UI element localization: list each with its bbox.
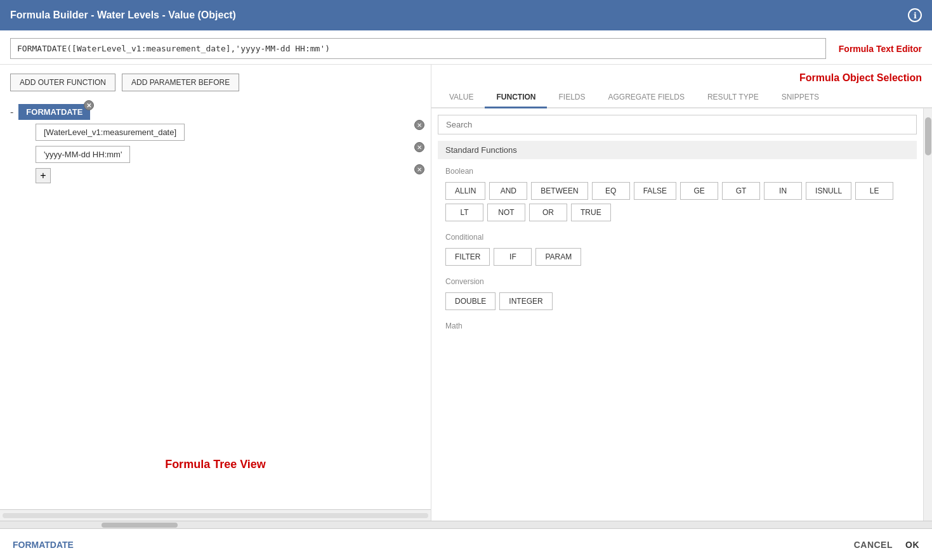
window-title: Formula Builder - Water Levels - Value (… [10, 10, 236, 21]
func-param[interactable]: PARAM [535, 248, 581, 266]
conversion-category-label: Conversion [438, 272, 917, 289]
bottom-bar: FORMATDATE CANCEL OK [0, 528, 932, 560]
tab-aggregate-fields[interactable]: AGGREGATE FIELDS [596, 88, 695, 108]
boolean-functions-grid: ALLIN AND BETWEEN EQ FALSE GE GT IN ISNU… [438, 178, 917, 228]
left-hscroll-track[interactable] [3, 513, 428, 518]
left-panel: ADD OUTER FUNCTION ADD PARAMETER BEFORE … [0, 65, 431, 521]
ok-button[interactable]: OK [905, 540, 919, 550]
func-in[interactable]: IN [764, 182, 802, 200]
func-integer[interactable]: INTEGER [499, 292, 552, 310]
func-between[interactable]: BETWEEN [531, 182, 587, 200]
conversion-functions-grid: DOUBLE INTEGER [438, 289, 917, 316]
add-param-icon: + [40, 170, 46, 181]
standard-functions-header: Standard Functions [438, 141, 917, 159]
func-le[interactable]: LE [855, 182, 893, 200]
right-vscroll [923, 108, 932, 521]
func-and[interactable]: AND [489, 182, 527, 200]
main-window: Formula Builder - Water Levels - Value (… [0, 0, 932, 560]
function-search-input[interactable] [438, 115, 917, 134]
tree-root-row: - FORMATDATE ✕ [10, 104, 421, 120]
formula-tree-view-label: Formula Tree View [165, 458, 266, 471]
left-hscroll [0, 509, 431, 521]
tree-root-node: - FORMATDATE ✕ [WaterLevel_v1:measuremen… [10, 104, 421, 183]
tree-collapse-button[interactable]: - [10, 107, 13, 118]
left-toolbar: ADD OUTER FUNCTION ADD PARAMETER BEFORE [0, 65, 431, 98]
formatdate-label: FORMATDATE [26, 107, 82, 117]
func-isnull[interactable]: ISNULL [806, 182, 851, 200]
main-content: ADD OUTER FUNCTION ADD PARAMETER BEFORE … [0, 65, 932, 521]
tree-children: [WaterLevel_v1:measurement_date] ✕ 'yyyy… [10, 124, 421, 183]
conditional-functions-grid: FILTER IF PARAM [438, 244, 917, 272]
formula-text-input[interactable] [10, 38, 826, 59]
formula-object-selection-label: Formula Object Selection [799, 72, 922, 83]
tab-snippets[interactable]: SNIPPETS [770, 88, 830, 108]
title-bar: Formula Builder - Water Levels - Value (… [0, 0, 932, 30]
param1-container: [WaterLevel_v1:measurement_date] ✕ [36, 124, 421, 141]
func-false[interactable]: FALSE [634, 182, 676, 200]
param1-close-icon[interactable]: ✕ [414, 120, 424, 130]
tab-function[interactable]: FUNCTION [485, 88, 547, 108]
formula-tree-area: - FORMATDATE ✕ [WaterLevel_v1:measuremen… [0, 98, 431, 509]
cancel-button[interactable]: CANCEL [854, 540, 893, 550]
main-hscroll-thumb[interactable] [102, 523, 178, 528]
add-parameter-before-button[interactable]: ADD PARAMETER BEFORE [122, 74, 239, 91]
param1-tag[interactable]: [WaterLevel_v1:measurement_date] [36, 124, 185, 141]
math-category-label: Math [438, 316, 917, 333]
add-param-button[interactable]: + [36, 168, 51, 183]
right-content: Standard Functions Boolean ALLIN AND BET… [431, 108, 932, 521]
func-allin[interactable]: ALLIN [445, 182, 485, 200]
bottom-formula-label: FORMATDATE [13, 540, 74, 550]
conditional-category-label: Conditional [438, 228, 917, 244]
right-panel-header: Formula Object Selection [431, 65, 932, 88]
tabs-bar: VALUE FUNCTION FIELDS AGGREGATE FIELDS R… [431, 88, 932, 108]
param2-close-icon[interactable]: ✕ [414, 142, 424, 152]
func-true[interactable]: TRUE [571, 204, 611, 221]
param2-container: 'yyyy-MM-dd HH:mm' ✕ [36, 146, 421, 163]
func-eq[interactable]: EQ [592, 182, 630, 200]
func-gt[interactable]: GT [722, 182, 760, 200]
add-param-container: + ✕ [36, 168, 421, 183]
func-double[interactable]: DOUBLE [445, 292, 496, 310]
boolean-category-label: Boolean [438, 162, 917, 178]
tab-value[interactable]: VALUE [438, 88, 485, 108]
func-if[interactable]: IF [494, 248, 532, 266]
add-outer-function-button[interactable]: ADD OUTER FUNCTION [10, 74, 115, 91]
formula-text-label: Formula Text Editor [839, 44, 922, 54]
func-lt[interactable]: LT [445, 204, 483, 221]
math-functions-grid [438, 333, 917, 343]
info-icon[interactable]: ℹ [908, 8, 922, 22]
bottom-actions: CANCEL OK [854, 540, 919, 550]
tab-result-type[interactable]: RESULT TYPE [696, 88, 770, 108]
func-not[interactable]: NOT [487, 204, 525, 221]
formatdate-close-icon[interactable]: ✕ [84, 100, 94, 110]
func-ge[interactable]: GE [680, 182, 718, 200]
formula-editor-area: Formula Text Editor [0, 30, 932, 65]
add-param-close-icon[interactable]: ✕ [414, 164, 424, 174]
param2-tag[interactable]: 'yyyy-MM-dd HH:mm' [36, 146, 130, 163]
right-vscroll-thumb[interactable] [925, 117, 931, 155]
tab-fields[interactable]: FIELDS [547, 88, 596, 108]
functions-list: Standard Functions Boolean ALLIN AND BET… [431, 108, 923, 521]
formatdate-node[interactable]: FORMATDATE ✕ [18, 104, 90, 120]
main-hscroll [0, 521, 932, 528]
func-filter[interactable]: FILTER [445, 248, 490, 266]
right-panel: Formula Object Selection VALUE FUNCTION … [431, 65, 932, 521]
func-or[interactable]: OR [529, 204, 567, 221]
